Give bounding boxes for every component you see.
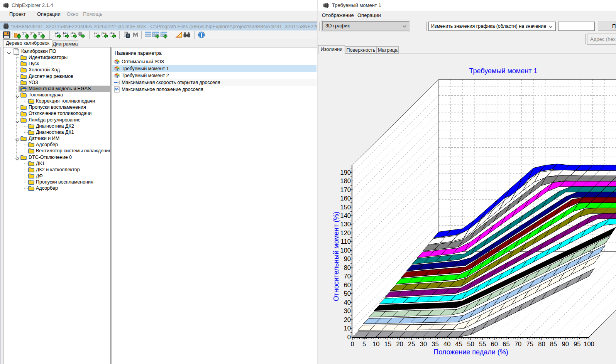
svg-text:25: 25 [408, 340, 415, 347]
svg-text:0: 0 [350, 340, 354, 347]
svg-text:80: 80 [344, 264, 351, 271]
svg-text:Положение педали (%): Положение педали (%) [433, 348, 508, 356]
svg-text:110: 110 [341, 238, 351, 245]
svg-text:30: 30 [420, 340, 427, 347]
svg-text:30: 30 [344, 307, 351, 314]
svg-text:70: 70 [514, 340, 521, 347]
svg-text:50: 50 [467, 340, 474, 347]
svg-text:20: 20 [344, 316, 351, 323]
svg-text:170: 170 [340, 186, 351, 193]
svg-text:15: 15 [384, 340, 391, 347]
svg-text:190: 190 [340, 169, 351, 176]
svg-text:75: 75 [526, 340, 533, 347]
svg-text:55: 55 [479, 340, 486, 347]
svg-text:150: 150 [340, 204, 351, 211]
svg-text:140: 140 [340, 212, 351, 219]
svg-text:100: 100 [340, 247, 351, 254]
svg-text:Требуемый момент 1: Требуемый момент 1 [469, 67, 538, 75]
svg-text:95: 95 [574, 340, 580, 347]
svg-text:90: 90 [344, 255, 351, 262]
svg-text:2: 2 [30, 32, 32, 36]
svg-text:35: 35 [432, 340, 438, 347]
svg-text:3: 3 [38, 32, 40, 36]
svg-text:cs: cs [94, 32, 97, 35]
svg-text:50: 50 [344, 290, 351, 297]
svg-text:80: 80 [538, 340, 545, 347]
svg-text:20: 20 [396, 340, 403, 347]
svg-text:10: 10 [372, 340, 379, 347]
svg-text:70: 70 [344, 273, 351, 280]
svg-text:60: 60 [344, 281, 351, 288]
svg-text:120: 120 [340, 229, 351, 236]
svg-text:1: 1 [22, 32, 24, 36]
svg-text:130: 130 [340, 221, 351, 228]
svg-text:180: 180 [340, 177, 351, 184]
svg-text:40: 40 [344, 299, 351, 306]
svg-text:10: 10 [344, 325, 351, 332]
svg-text:Относительный момент (%): Относительный момент (%) [332, 212, 340, 301]
svg-text:bin: bin [63, 32, 68, 35]
svg-text:0: 0 [347, 334, 351, 340]
svg-text:45: 45 [455, 340, 462, 347]
svg-text:60: 60 [491, 340, 498, 347]
svg-text:160: 160 [340, 195, 351, 202]
svg-text:90: 90 [562, 340, 569, 347]
svg-text:100: 100 [584, 340, 594, 347]
svg-text:65: 65 [503, 340, 509, 347]
svg-text:ofi: ofi [55, 32, 59, 35]
svg-text:40: 40 [443, 340, 450, 347]
svg-text:85: 85 [550, 340, 557, 347]
svg-text:5: 5 [362, 340, 366, 347]
